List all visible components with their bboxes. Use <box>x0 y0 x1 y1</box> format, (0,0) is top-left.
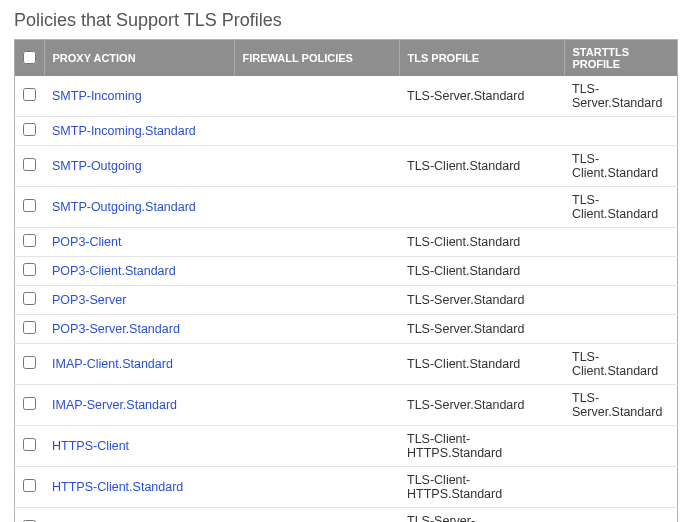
proxy-cell: HTTPS-Client <box>44 426 234 467</box>
header-firewall: FIREWALL POLICIES <box>234 40 399 77</box>
tls-cell <box>399 187 564 228</box>
starttls-cell <box>564 228 678 257</box>
row-checkbox-cell <box>15 385 45 426</box>
row-checkbox[interactable] <box>23 263 36 276</box>
header-proxy: PROXY ACTION <box>44 40 234 77</box>
firewall-cell <box>234 228 399 257</box>
row-checkbox-cell <box>15 117 45 146</box>
proxy-action-link[interactable]: HTTPS-Client <box>52 439 129 453</box>
tls-cell: TLS-Client-HTTPS.Standard <box>399 467 564 508</box>
row-checkbox[interactable] <box>23 234 36 247</box>
table-row[interactable]: POP3-Server.StandardTLS-Server.Standard <box>15 315 678 344</box>
tls-cell: TLS-Client.Standard <box>399 344 564 385</box>
row-checkbox-cell <box>15 187 45 228</box>
table-row[interactable]: HTTPS-Client.StandardTLS-Client-HTTPS.St… <box>15 467 678 508</box>
table-row[interactable]: SMTP-Outgoing.StandardTLS-Client.Standar… <box>15 187 678 228</box>
header-tls: TLS PROFILE <box>399 40 564 77</box>
row-checkbox-cell <box>15 426 45 467</box>
table-row[interactable]: HTTPS-ServerTLS-Server-HTTPS.Standard <box>15 508 678 523</box>
proxy-action-link[interactable]: POP3-Client <box>52 235 121 249</box>
proxy-cell: HTTPS-Server <box>44 508 234 523</box>
row-checkbox-cell <box>15 508 45 523</box>
row-checkbox-cell <box>15 257 45 286</box>
starttls-cell: TLS-Server.Standard <box>564 76 678 117</box>
proxy-action-link[interactable]: SMTP-Incoming.Standard <box>52 124 196 138</box>
proxy-cell: IMAP-Client.Standard <box>44 344 234 385</box>
starttls-cell <box>564 315 678 344</box>
firewall-cell <box>234 467 399 508</box>
row-checkbox-cell <box>15 146 45 187</box>
table-row[interactable]: IMAP-Server.StandardTLS-Server.StandardT… <box>15 385 678 426</box>
row-checkbox[interactable] <box>23 88 36 101</box>
page-title: Policies that Support TLS Profiles <box>14 10 678 31</box>
row-checkbox-cell <box>15 467 45 508</box>
table-row[interactable]: SMTP-OutgoingTLS-Client.StandardTLS-Clie… <box>15 146 678 187</box>
header-checkbox-col <box>15 40 45 77</box>
proxy-action-link[interactable]: SMTP-Incoming <box>52 89 142 103</box>
proxy-action-link[interactable]: POP3-Client.Standard <box>52 264 176 278</box>
tls-cell: TLS-Server-HTTPS.Standard <box>399 508 564 523</box>
row-checkbox[interactable] <box>23 479 36 492</box>
tls-cell: TLS-Server.Standard <box>399 385 564 426</box>
starttls-cell <box>564 426 678 467</box>
row-checkbox[interactable] <box>23 356 36 369</box>
starttls-cell <box>564 257 678 286</box>
firewall-cell <box>234 344 399 385</box>
starttls-cell <box>564 117 678 146</box>
row-checkbox[interactable] <box>23 397 36 410</box>
table-row[interactable]: POP3-ServerTLS-Server.Standard <box>15 286 678 315</box>
starttls-cell <box>564 467 678 508</box>
tls-cell <box>399 117 564 146</box>
row-checkbox[interactable] <box>23 199 36 212</box>
tls-cell: TLS-Client.Standard <box>399 228 564 257</box>
table-row[interactable]: IMAP-Client.StandardTLS-Client.StandardT… <box>15 344 678 385</box>
proxy-action-link[interactable]: HTTPS-Client.Standard <box>52 480 183 494</box>
table-row[interactable]: POP3-ClientTLS-Client.Standard <box>15 228 678 257</box>
tls-cell: TLS-Client.Standard <box>399 257 564 286</box>
proxy-cell: HTTPS-Client.Standard <box>44 467 234 508</box>
row-checkbox[interactable] <box>23 292 36 305</box>
tls-cell: TLS-Client-HTTPS.Standard <box>399 426 564 467</box>
firewall-cell <box>234 257 399 286</box>
row-checkbox-cell <box>15 344 45 385</box>
row-checkbox[interactable] <box>23 438 36 451</box>
starttls-cell <box>564 508 678 523</box>
row-checkbox[interactable] <box>23 158 36 171</box>
firewall-cell <box>234 76 399 117</box>
tls-cell: TLS-Server.Standard <box>399 315 564 344</box>
row-checkbox-cell <box>15 286 45 315</box>
table-row[interactable]: SMTP-Incoming.Standard <box>15 117 678 146</box>
row-checkbox-cell <box>15 228 45 257</box>
table-row[interactable]: POP3-Client.StandardTLS-Client.Standard <box>15 257 678 286</box>
row-checkbox[interactable] <box>23 321 36 334</box>
proxy-action-link[interactable]: SMTP-Outgoing <box>52 159 142 173</box>
proxy-cell: SMTP-Outgoing <box>44 146 234 187</box>
starttls-cell: TLS-Server.Standard <box>564 385 678 426</box>
proxy-cell: POP3-Client <box>44 228 234 257</box>
proxy-cell: POP3-Client.Standard <box>44 257 234 286</box>
tls-cell: TLS-Server.Standard <box>399 286 564 315</box>
proxy-action-link[interactable]: IMAP-Client.Standard <box>52 357 173 371</box>
proxy-action-link[interactable]: SMTP-Outgoing.Standard <box>52 200 196 214</box>
proxy-action-link[interactable]: IMAP-Server.Standard <box>52 398 177 412</box>
select-all-checkbox[interactable] <box>23 51 36 64</box>
firewall-cell <box>234 385 399 426</box>
firewall-cell <box>234 286 399 315</box>
starttls-cell <box>564 286 678 315</box>
firewall-cell <box>234 187 399 228</box>
proxy-action-link[interactable]: POP3-Server <box>52 293 126 307</box>
tls-cell: TLS-Server.Standard <box>399 76 564 117</box>
table-row[interactable]: HTTPS-ClientTLS-Client-HTTPS.Standard <box>15 426 678 467</box>
policy-table: PROXY ACTION FIREWALL POLICIES TLS PROFI… <box>14 39 678 522</box>
table-row[interactable]: SMTP-IncomingTLS-Server.StandardTLS-Serv… <box>15 76 678 117</box>
proxy-cell: POP3-Server.Standard <box>44 315 234 344</box>
proxy-action-link[interactable]: POP3-Server.Standard <box>52 322 180 336</box>
firewall-cell <box>234 117 399 146</box>
proxy-cell: SMTP-Incoming <box>44 76 234 117</box>
proxy-cell: SMTP-Outgoing.Standard <box>44 187 234 228</box>
firewall-cell <box>234 315 399 344</box>
row-checkbox[interactable] <box>23 123 36 136</box>
firewall-cell <box>234 146 399 187</box>
firewall-cell <box>234 508 399 523</box>
header-starttls: STARTTLS PROFILE <box>564 40 678 77</box>
